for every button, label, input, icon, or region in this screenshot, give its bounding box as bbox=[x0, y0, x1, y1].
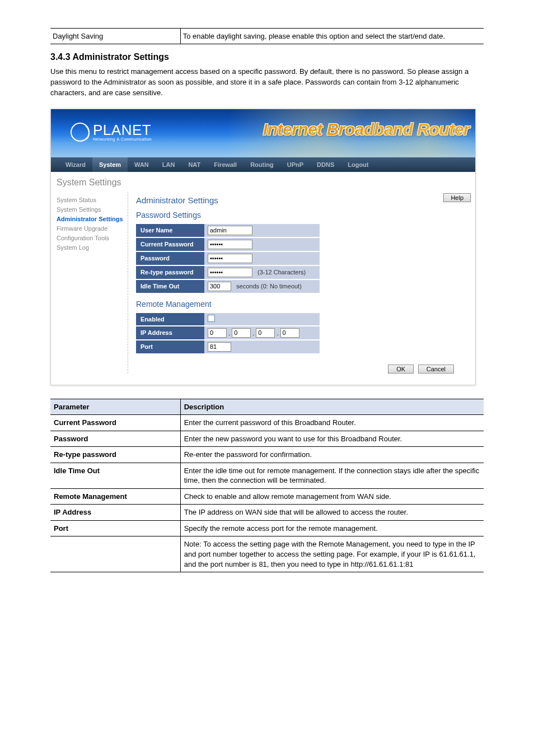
nav-routing[interactable]: Routing bbox=[243, 157, 280, 172]
lbl-retype: Re-type password bbox=[136, 265, 204, 279]
banner: PLANET Networking & Communication Intern… bbox=[51, 109, 475, 157]
help-button[interactable]: Help bbox=[443, 193, 471, 202]
lbl-username: User Name bbox=[136, 223, 204, 237]
sidebar-item-settings[interactable]: System Settings bbox=[57, 205, 128, 214]
input-currentpw[interactable] bbox=[208, 240, 252, 249]
ok-button[interactable]: OK bbox=[388, 365, 414, 374]
d-port: Specify the remote access port for the r… bbox=[180, 520, 484, 536]
nav-upnp[interactable]: UPnP bbox=[280, 157, 310, 172]
lbl-currentpw: Current Password bbox=[136, 237, 204, 251]
logo: PLANET Networking & Communication bbox=[71, 123, 152, 142]
parameter-table: Parameter Description Current PasswordEn… bbox=[50, 399, 484, 573]
nav-firewall[interactable]: Firewall bbox=[207, 157, 243, 172]
lbl-idle: Idle Time Out bbox=[136, 279, 204, 293]
sidebar-item-config[interactable]: Configuration Tools bbox=[57, 234, 128, 243]
d-remote: Check to enable and allow remote managem… bbox=[180, 488, 484, 505]
input-ip-2[interactable] bbox=[232, 328, 251, 338]
input-retype[interactable] bbox=[208, 268, 252, 277]
nav-logout[interactable]: Logout bbox=[341, 157, 375, 172]
logo-sub: Networking & Communication bbox=[93, 137, 152, 141]
daylight-desc: To enable daylight saving, please enable… bbox=[180, 29, 484, 44]
nav-system[interactable]: System bbox=[92, 157, 128, 172]
logo-text: PLANET bbox=[93, 122, 151, 138]
p-pw: Password bbox=[50, 431, 180, 447]
p-remote: Remote Management bbox=[50, 488, 180, 505]
sidebar-item-log[interactable]: System Log bbox=[57, 243, 128, 253]
d-curpw: Enter the current password of this Broad… bbox=[180, 415, 484, 431]
input-ip-3[interactable] bbox=[256, 328, 275, 338]
page-subtitle: System Settings bbox=[55, 175, 471, 192]
input-idle[interactable] bbox=[208, 282, 231, 291]
sub-password: Password Settings bbox=[136, 211, 471, 220]
logo-icon bbox=[71, 123, 90, 142]
section-text: Use this menu to restrict management acc… bbox=[50, 67, 484, 99]
input-username[interactable] bbox=[208, 226, 252, 235]
navbar: Wizard System WAN LAN NAT Firewall Routi… bbox=[51, 157, 475, 172]
input-password[interactable] bbox=[208, 254, 252, 263]
nav-wan[interactable]: WAN bbox=[128, 157, 156, 172]
banner-title: Internet Broadband Router bbox=[263, 120, 470, 139]
daylight-label: Daylight Saving bbox=[50, 29, 180, 44]
sidebar-item-status[interactable]: System Status bbox=[57, 195, 128, 205]
nav-nat[interactable]: NAT bbox=[181, 157, 207, 172]
p-retype: Re-type password bbox=[50, 447, 180, 463]
p-port: Port bbox=[50, 520, 180, 536]
remote-form: Enabled IP Address . . . Port bbox=[136, 312, 320, 354]
p-idle: Idle Time Out bbox=[50, 463, 180, 488]
input-ip-4[interactable] bbox=[280, 328, 299, 338]
d-note: Note: To access the setting page with th… bbox=[180, 536, 484, 572]
lbl-enabled: Enabled bbox=[136, 312, 204, 326]
daylight-row: Daylight Saving To enable daylight savin… bbox=[50, 28, 484, 44]
router-screenshot: PLANET Networking & Communication Intern… bbox=[50, 109, 476, 385]
checkbox-enabled[interactable] bbox=[208, 315, 215, 322]
lbl-port: Port bbox=[136, 340, 204, 354]
th-parameter: Parameter bbox=[50, 399, 180, 415]
lbl-password: Password bbox=[136, 251, 204, 265]
input-port[interactable] bbox=[208, 342, 231, 352]
th-description: Description bbox=[180, 399, 484, 415]
d-ip: The IP address on WAN side that will be … bbox=[180, 505, 484, 521]
nav-ddns[interactable]: DDNS bbox=[310, 157, 341, 172]
section-title: 3.4.3 Administrator Settings bbox=[50, 52, 484, 62]
hint-retype: (3-12 Characters) bbox=[257, 269, 306, 276]
sub-remote: Remote Management bbox=[136, 300, 471, 309]
sidebar: System Status System Settings Administra… bbox=[55, 192, 128, 374]
main-panel: Help Administrator Settings Password Set… bbox=[128, 192, 471, 374]
cancel-button[interactable]: Cancel bbox=[418, 365, 454, 374]
nav-lan[interactable]: LAN bbox=[156, 157, 182, 172]
sidebar-item-admin[interactable]: Administrator Settings bbox=[57, 214, 128, 224]
lbl-ip: IP Address bbox=[136, 326, 204, 340]
d-retype: Re-enter the password for confirmation. bbox=[180, 447, 484, 463]
p-note bbox=[50, 536, 180, 572]
nav-wizard[interactable]: Wizard bbox=[59, 157, 92, 172]
d-idle: Enter the idle time out for remote manag… bbox=[180, 463, 484, 488]
d-pw: Enter the new password you want to use f… bbox=[180, 431, 484, 447]
sidebar-item-firmware[interactable]: Firmware Upgrade bbox=[57, 224, 128, 234]
main-title: Administrator Settings bbox=[136, 195, 471, 205]
button-row: OK Cancel bbox=[136, 354, 471, 374]
p-curpw: Current Password bbox=[50, 415, 180, 431]
password-form: User Name Current Password Password Re-t… bbox=[136, 223, 320, 294]
p-ip: IP Address bbox=[50, 505, 180, 521]
hint-idle: seconds (0: No timeout) bbox=[236, 283, 302, 290]
input-ip-1[interactable] bbox=[208, 328, 227, 338]
